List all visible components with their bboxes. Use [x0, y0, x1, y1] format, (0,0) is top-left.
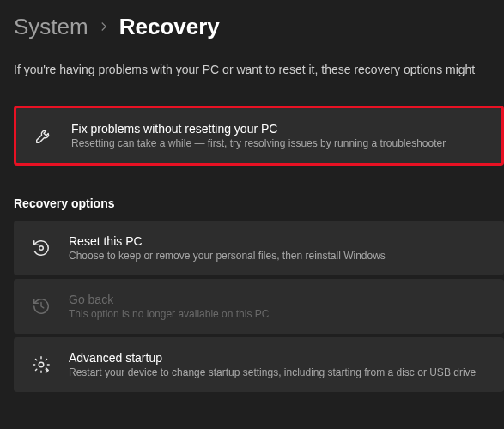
breadcrumb-parent[interactable]: System — [14, 14, 88, 40]
intro-text: If you're having problems with your PC o… — [14, 63, 504, 76]
svg-point-1 — [39, 362, 44, 367]
gear-restart-icon — [31, 354, 52, 375]
reset-icon — [31, 238, 52, 258]
section-header: Recovery options — [14, 196, 504, 210]
chevron-right-icon — [99, 20, 109, 35]
fix-problems-card[interactable]: Fix problems without resetting your PC R… — [14, 106, 504, 166]
option-title: Advanced startup — [69, 351, 476, 365]
option-title: Fix problems without resetting your PC — [71, 122, 446, 136]
go-back-card: Go back This option is no longer availab… — [14, 279, 504, 334]
option-desc: Restart your device to change startup se… — [69, 366, 476, 378]
svg-point-0 — [39, 246, 44, 251]
wrench-icon — [33, 125, 54, 146]
page-title: Recovery — [119, 14, 220, 40]
option-title: Go back — [69, 293, 269, 306]
option-desc: This option is no longer available on th… — [69, 308, 269, 320]
breadcrumb: System Recovery — [14, 14, 504, 40]
option-desc: Choose to keep or remove your personal f… — [69, 250, 386, 262]
option-title: Reset this PC — [69, 234, 386, 248]
reset-pc-card[interactable]: Reset this PC Choose to keep or remove y… — [14, 221, 504, 275]
history-icon — [31, 296, 52, 317]
advanced-startup-card[interactable]: Advanced startup Restart your device to … — [14, 337, 504, 392]
option-desc: Resetting can take a while — first, try … — [71, 137, 446, 149]
